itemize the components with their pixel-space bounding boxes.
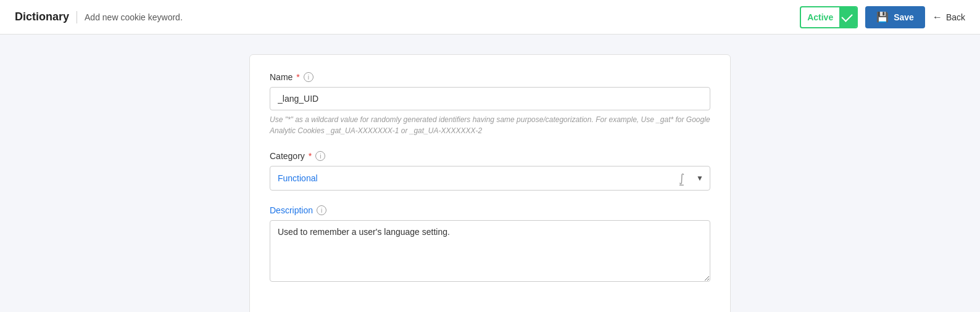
save-button[interactable]: 💾 Save (865, 6, 925, 28)
back-label: Back (946, 12, 965, 22)
category-field-group: Category * i Functional ⨜ ▼ (270, 151, 710, 191)
category-field-label: Category * i (270, 151, 710, 161)
form-card: Name * i Use "*" as a wildcard value for… (249, 54, 731, 312)
description-field-group: Description i (270, 205, 710, 284)
description-textarea[interactable] (270, 220, 710, 282)
description-info-icon: i (317, 205, 326, 215)
description-field-label: Description i (270, 205, 710, 215)
category-info-icon: i (315, 151, 325, 161)
active-label: Active (801, 12, 839, 22)
save-label: Save (894, 12, 914, 22)
name-field-label: Name * i (270, 72, 710, 82)
active-toggle[interactable]: Active (800, 6, 858, 28)
header: Dictionary Add new cookie keyword. Activ… (0, 0, 980, 35)
name-label-text: Name (270, 72, 293, 82)
header-right: Active 💾 Save ← Back (800, 6, 965, 28)
page-title: Dictionary (15, 10, 69, 23)
name-hint: Use "*" as a wildcard value for randomly… (270, 114, 710, 136)
category-clear-icon[interactable]: ⨜ (673, 170, 690, 187)
name-info-icon: i (304, 72, 314, 82)
back-arrow-icon: ← (932, 12, 942, 23)
save-icon: 💾 (876, 11, 889, 23)
category-select[interactable]: Functional ⨜ ▼ (270, 166, 710, 191)
active-indicator (839, 7, 857, 27)
category-value: Functional (270, 167, 673, 189)
header-subtitle: Add new cookie keyword. (85, 12, 183, 22)
main-content: Name * i Use "*" as a wildcard value for… (0, 35, 980, 312)
back-button[interactable]: ← Back (932, 12, 965, 23)
category-required: * (309, 151, 312, 161)
name-required: * (296, 72, 299, 82)
description-label-text: Description (270, 205, 313, 215)
category-label-text: Category (270, 151, 305, 161)
header-divider (77, 11, 77, 23)
name-input[interactable] (270, 87, 710, 110)
name-field-group: Name * i Use "*" as a wildcard value for… (270, 72, 710, 136)
header-left: Dictionary Add new cookie keyword. (15, 10, 183, 23)
category-dropdown-icon[interactable]: ▼ (690, 166, 710, 190)
